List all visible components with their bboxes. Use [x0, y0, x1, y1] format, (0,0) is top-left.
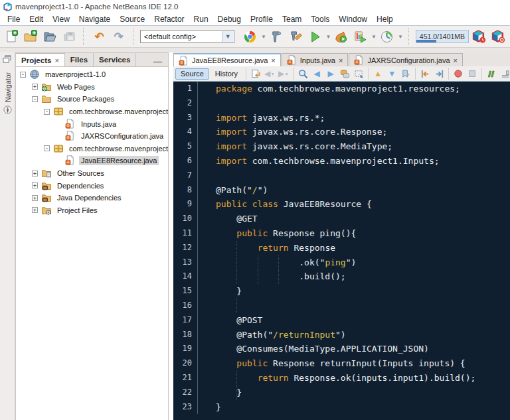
- source-view-button[interactable]: Source: [175, 68, 209, 80]
- tree-row[interactable]: -mavenproject1-1.0: [16, 68, 168, 81]
- build-project-button[interactable]: [268, 27, 286, 46]
- tree-row[interactable]: +Other Sources: [16, 167, 168, 180]
- menu-help[interactable]: Help: [372, 13, 398, 25]
- chevron-down-icon[interactable]: ▼: [398, 34, 403, 40]
- compass-icon: [3, 105, 12, 117]
- panel-tab-services[interactable]: Services: [94, 53, 136, 66]
- menu-refactor[interactable]: Refactor: [149, 13, 189, 25]
- redo-button[interactable]: ↷: [110, 27, 128, 46]
- forward-button[interactable]: ▶▼: [277, 68, 290, 80]
- find-previous-button[interactable]: ◀: [310, 68, 323, 80]
- tree-row[interactable]: +Dependencies: [16, 179, 168, 192]
- tree-row[interactable]: -com.techbrowse.mavenproject1.api: [16, 143, 168, 155]
- tree-row[interactable]: JavaEE8Resource.java: [16, 155, 168, 167]
- toggle-highlight-button[interactable]: [338, 68, 351, 80]
- chevron-down-icon[interactable]: ▼: [261, 34, 266, 40]
- run-project-button[interactable]: [306, 27, 324, 46]
- navigator-minimized-tab[interactable]: Navigator: [0, 72, 15, 117]
- toggle-bookmark-button[interactable]: [399, 68, 412, 80]
- menu-window[interactable]: Window: [334, 13, 372, 25]
- menu-debug[interactable]: Debug: [213, 13, 246, 25]
- editor-tab[interactable]: JAXRSConfiguration.java×: [349, 53, 463, 66]
- chevron-down-icon[interactable]: ▼: [325, 34, 331, 40]
- code-editor[interactable]: 1package com.techbrowse.mavenproject1.re…: [173, 82, 510, 420]
- collapse-icon[interactable]: -: [20, 72, 26, 78]
- close-icon[interactable]: ×: [271, 56, 275, 64]
- close-icon[interactable]: ×: [54, 56, 58, 64]
- menu-edit[interactable]: Edit: [25, 13, 48, 25]
- back-button[interactable]: ◀▼: [263, 68, 276, 80]
- expand-icon[interactable]: +: [32, 171, 38, 176]
- tree-row[interactable]: +Java Dependencies: [16, 192, 168, 204]
- panel-splitter[interactable]: [169, 52, 173, 420]
- java-file-icon: [354, 55, 364, 65]
- menu-view[interactable]: View: [48, 13, 74, 25]
- profile-project-button[interactable]: [351, 27, 369, 46]
- tree-row[interactable]: +Web Pages: [16, 81, 168, 94]
- tree-row[interactable]: -Source Packages: [16, 93, 168, 105]
- panel-tab-projects[interactable]: Projects×: [16, 53, 65, 66]
- profiler-telemetry-button[interactable]: [470, 27, 488, 46]
- menu-team[interactable]: Team: [278, 13, 306, 25]
- code-line-content: [198, 169, 510, 183]
- line-number: 4: [173, 125, 198, 139]
- rectangular-selection-button[interactable]: [352, 68, 365, 80]
- debug-project-button[interactable]: [332, 27, 350, 46]
- profiler-stop-button[interactable]: [489, 27, 507, 46]
- chevron-down-icon[interactable]: ▼: [371, 34, 377, 40]
- find-button[interactable]: [296, 68, 309, 80]
- close-icon[interactable]: ×: [339, 56, 343, 64]
- tree-row[interactable]: +Project Files: [16, 204, 168, 217]
- uncomment-button[interactable]: [499, 68, 510, 80]
- panel-tab-files[interactable]: Files: [65, 53, 94, 66]
- menu-run[interactable]: Run: [189, 13, 213, 25]
- find-next-button[interactable]: ▶: [324, 68, 337, 80]
- collapse-icon[interactable]: -: [32, 96, 38, 102]
- shift-line-left-button[interactable]: [418, 68, 432, 80]
- browser-selector-button[interactable]: [241, 27, 259, 46]
- new-file-button[interactable]: [3, 27, 21, 46]
- collapse-icon[interactable]: -: [44, 109, 50, 115]
- editor-tab[interactable]: JavaEE8Resource.java×: [173, 53, 281, 66]
- chevron-down-icon: ▼: [222, 31, 233, 42]
- menu-profile[interactable]: Profile: [246, 13, 278, 25]
- minimize-panel-button[interactable]: —: [147, 56, 168, 66]
- tree-row[interactable]: JAXRSConfiguration.java: [16, 130, 168, 143]
- open-project-button[interactable]: [41, 27, 59, 46]
- undo-button[interactable]: ↶: [90, 27, 108, 46]
- next-bookmark-button[interactable]: ▼: [385, 68, 398, 80]
- clean-and-build-button[interactable]: [287, 27, 305, 46]
- previous-bookmark-button[interactable]: ▲: [371, 68, 384, 80]
- expand-icon[interactable]: +: [32, 207, 38, 213]
- editor-tab[interactable]: Inputs.java×: [282, 53, 349, 66]
- menu-tools[interactable]: Tools: [306, 13, 334, 25]
- last-edit-position-button[interactable]: [249, 68, 262, 80]
- close-icon[interactable]: ×: [454, 56, 458, 64]
- new-project-button[interactable]: [22, 27, 40, 46]
- panel-tab-label: Projects: [21, 56, 51, 64]
- history-view-button[interactable]: History: [210, 68, 243, 80]
- line-number: 21: [173, 371, 198, 385]
- code-line: 21 return Response.ok(inputs.input1).bui…: [173, 371, 510, 385]
- expand-icon[interactable]: +: [32, 195, 38, 201]
- tree-row[interactable]: Inputs.java: [16, 117, 168, 130]
- menu-navigate[interactable]: Navigate: [74, 13, 115, 25]
- collapse-icon[interactable]: -: [44, 145, 50, 151]
- run-configuration-select[interactable]: <default config> ▼: [140, 30, 234, 43]
- line-number: 12: [173, 241, 198, 255]
- start-macro-recording-button[interactable]: [452, 68, 465, 80]
- comment-button[interactable]: [485, 68, 498, 80]
- memory-indicator[interactable]: 451.0/1401MB: [416, 30, 469, 43]
- code-token: "): [258, 185, 268, 195]
- save-all-button[interactable]: [60, 27, 78, 46]
- expand-icon[interactable]: +: [32, 84, 38, 90]
- stop-macro-recording-button[interactable]: [466, 68, 479, 80]
- tree-row[interactable]: -com.techbrowse.mavenproject1: [16, 105, 168, 118]
- expand-icon[interactable]: +: [32, 182, 38, 188]
- dock-window-icon[interactable]: [3, 54, 11, 66]
- profile-process-button[interactable]: [378, 27, 396, 46]
- menu-source[interactable]: Source: [115, 13, 149, 25]
- menu-file[interactable]: File: [3, 13, 25, 25]
- string-token: /: [252, 185, 258, 195]
- shift-line-right-button[interactable]: [432, 68, 446, 80]
